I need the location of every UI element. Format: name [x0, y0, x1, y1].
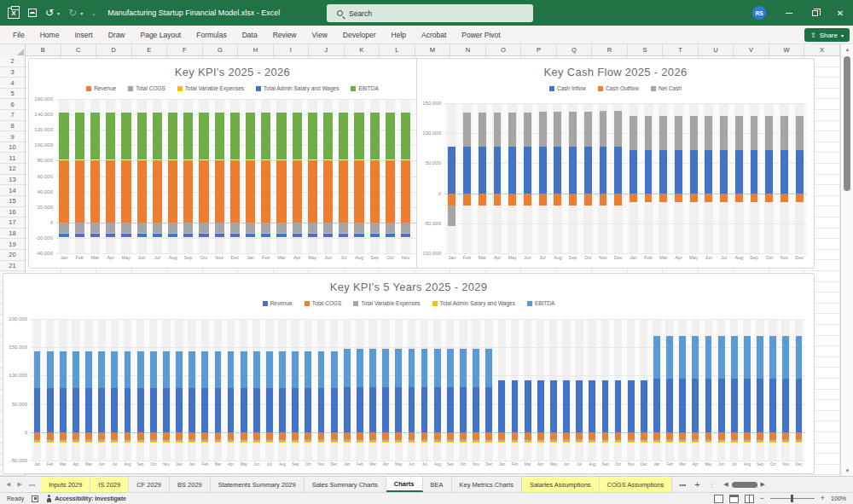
row-header-15[interactable]: 15 — [0, 196, 25, 207]
row-header-5[interactable]: 5 — [0, 89, 25, 100]
sheet-tab-bs-2029[interactable]: BS 2029 — [170, 477, 211, 492]
sheet-tab-cogs-assumptions[interactable]: COGS Assumptions — [600, 477, 673, 492]
ribbon-tab-review[interactable]: Review — [265, 26, 305, 44]
column-header-G[interactable]: G — [203, 44, 239, 55]
column-header-B[interactable]: B — [26, 44, 61, 55]
column-header-I[interactable]: I — [274, 44, 310, 55]
row-header-11[interactable]: 11 — [0, 153, 25, 164]
select-all-corner[interactable] — [0, 44, 26, 56]
column-header-F[interactable]: F — [167, 44, 203, 55]
sheet-nav-right-icon[interactable]: ▶ — [17, 481, 21, 488]
column-header-V[interactable]: V — [734, 44, 769, 55]
row-header-19[interactable]: 19 — [0, 239, 25, 250]
column-header-Q[interactable]: Q — [557, 44, 593, 55]
scroll-down-icon[interactable]: ▼ — [841, 466, 853, 476]
sheet-tab-inputs-2029[interactable]: Inputs 2029 — [41, 477, 90, 492]
new-sheet-button[interactable]: + — [694, 479, 699, 490]
sheet-tab-key-metrics-charts[interactable]: Key Metrics Charts — [452, 477, 522, 492]
minimize-button[interactable] — [776, 0, 802, 26]
vertical-scrollbar[interactable]: ▲ ▼ — [840, 44, 853, 476]
ribbon-tab-data[interactable]: Data — [235, 26, 265, 44]
horizontal-scrollbar-thumb[interactable] — [732, 482, 757, 488]
row-header-21[interactable]: 21 — [0, 261, 25, 272]
column-header-E[interactable]: E — [132, 44, 168, 55]
sheet-tab-salaries-assumptions[interactable]: Salaries Assumptions — [522, 477, 600, 492]
macro-record-icon[interactable] — [32, 495, 38, 502]
page-layout-view-icon[interactable] — [729, 495, 739, 503]
column-header-S[interactable]: S — [628, 44, 664, 55]
zoom-slider[interactable] — [770, 498, 815, 499]
sheet-tab-statements-summary-2029[interactable]: Statements Summary 2029 — [211, 477, 305, 492]
ribbon-tab-view[interactable]: View — [305, 26, 335, 44]
column-header-P[interactable]: P — [521, 44, 557, 55]
row-header-14[interactable]: 14 — [0, 185, 25, 196]
sheet-tab-is-2029[interactable]: IS 2029 — [90, 477, 129, 492]
row-header-6[interactable]: 6 — [0, 99, 25, 110]
ribbon-tab-acrobat[interactable]: Acrobat — [414, 26, 454, 44]
row-header-7[interactable]: 7 — [0, 110, 25, 121]
scroll-up-icon[interactable]: ▲ — [841, 44, 853, 55]
column-header-C[interactable]: C — [61, 44, 97, 55]
column-header-R[interactable]: R — [592, 44, 628, 55]
row-header-2[interactable]: 2 — [0, 56, 25, 67]
column-header-D[interactable]: D — [96, 44, 132, 55]
column-header-U[interactable]: U — [699, 44, 734, 55]
hscroll-right-icon[interactable]: ▶ — [761, 481, 765, 488]
vertical-scrollbar-thumb[interactable] — [844, 56, 850, 191]
accessibility-status[interactable]: Accessibility: Investigate — [46, 495, 126, 502]
share-button[interactable]: ⇧ Share ▾ — [804, 28, 850, 42]
sheet-nav-left-icon[interactable]: ◀ — [6, 481, 10, 488]
column-header-T[interactable]: T — [663, 44, 699, 55]
save-icon[interactable] — [28, 9, 37, 17]
zoom-level[interactable]: 100% — [831, 495, 846, 501]
row-header-4[interactable]: 4 — [0, 78, 25, 89]
ribbon-tab-draw[interactable]: Draw — [101, 26, 133, 44]
row-header-16[interactable]: 16 — [0, 207, 25, 218]
column-header-W[interactable]: W — [769, 44, 805, 55]
sheet-tab-sales-summary-charts[interactable]: Sales Summary Charts — [305, 477, 386, 492]
ribbon-tab-home[interactable]: Home — [32, 26, 67, 44]
normal-view-icon[interactable] — [714, 495, 723, 503]
search-box[interactable]: Search — [327, 4, 533, 22]
page-break-view-icon[interactable] — [745, 495, 754, 503]
customize-qat-icon[interactable]: ⌄ — [91, 10, 96, 16]
ribbon-tab-page-layout[interactable]: Page Layout — [133, 26, 189, 44]
user-avatar[interactable]: RS — [752, 6, 766, 20]
row-header-20[interactable]: 20 — [0, 250, 25, 261]
sheet-more-right-icon[interactable]: ••• — [679, 481, 686, 489]
ribbon-tab-power-pivot[interactable]: Power Pivot — [454, 26, 508, 44]
undo-icon[interactable]: ↺ — [45, 8, 54, 18]
chart-key-kpis-5-years[interactable]: Key KPI's 5 Years 2025 - 2029RevenueTota… — [3, 273, 815, 474]
column-header-K[interactable]: K — [345, 44, 380, 55]
sheet-tab-bea[interactable]: BEA — [423, 477, 452, 492]
column-header-O[interactable]: O — [486, 44, 522, 55]
horizontal-scrollbar[interactable]: ◀ ▶ — [723, 477, 765, 492]
zoom-out-button[interactable]: − — [760, 495, 764, 502]
row-header-17[interactable]: 17 — [0, 217, 25, 229]
zoom-in-button[interactable]: + — [821, 495, 825, 502]
undo-caret-icon[interactable]: ▾ — [57, 10, 60, 16]
column-header-N[interactable]: N — [450, 44, 486, 55]
sheet-more-left-icon[interactable]: ••• — [29, 482, 35, 488]
excel-app-icon[interactable]: X — [8, 8, 20, 19]
restore-button[interactable] — [802, 0, 827, 26]
chart-key-kpis-2025-2026[interactable]: Key KPI's 2025 - 2026RevenueTotal COGSTo… — [28, 58, 437, 269]
column-header-M[interactable]: M — [415, 44, 451, 55]
row-header-13[interactable]: 13 — [0, 175, 25, 186]
zoom-slider-thumb[interactable] — [791, 495, 793, 502]
column-header-L[interactable]: L — [380, 44, 415, 55]
ribbon-tab-formulas[interactable]: Formulas — [189, 26, 234, 44]
row-header-3[interactable]: 3 — [0, 67, 25, 78]
close-button[interactable]: ✕ — [827, 0, 853, 26]
row-header-10[interactable]: 10 — [0, 142, 25, 154]
row-header-18[interactable]: 18 — [0, 229, 25, 240]
column-header-J[interactable]: J — [309, 44, 345, 55]
chart-key-cash-flow-2025-2026[interactable]: Key Cash Flow 2025 - 2026Cash InflowCash… — [416, 58, 815, 269]
hscroll-left-icon[interactable]: ◀ — [723, 481, 728, 488]
sheet-tab-charts[interactable]: Charts — [386, 477, 423, 492]
column-header-X[interactable]: X — [804, 44, 840, 55]
row-header-9[interactable]: 9 — [0, 131, 25, 142]
ribbon-tab-insert[interactable]: Insert — [67, 26, 100, 44]
ribbon-tab-help[interactable]: Help — [384, 26, 414, 44]
tab-splitter-handle[interactable]: ⋮ — [709, 481, 716, 489]
